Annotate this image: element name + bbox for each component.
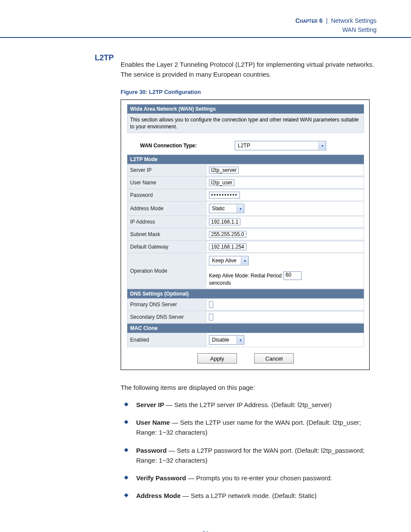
- side-heading: L2TP: [95, 53, 114, 62]
- cancel-button[interactable]: Cancel: [254, 353, 294, 364]
- label-ip-address: IP Address: [128, 216, 206, 228]
- row-address-mode: Address Mode Static ▾: [127, 202, 364, 216]
- label-default-gateway: Default Gateway: [128, 241, 206, 253]
- content: L2TP Enables the Layer 2 Tunneling Proto…: [0, 38, 411, 501]
- row-operation-mode: Operation Mode Keep Alive ▾ Keep Alive M…: [127, 253, 364, 289]
- select-mac-enabled[interactable]: Disable ▾: [209, 335, 244, 345]
- row-ip-address: IP Address 192.168.1.1: [127, 216, 364, 228]
- term-text: — Sets a L2TP password for the WAN port.…: [136, 447, 364, 464]
- input-user-name[interactable]: l2tp_user: [209, 179, 234, 186]
- chevron-down-icon: ▾: [241, 257, 248, 264]
- redial-suffix: senconds: [209, 280, 231, 286]
- page-header: Chapter 6 | Network Settings WAN Setting: [0, 0, 411, 38]
- term: Verify Password: [136, 474, 186, 482]
- value-address-mode: Static: [209, 205, 227, 212]
- chapter-title: Network Settings: [331, 17, 377, 24]
- row-default-gateway: Default Gateway 192.168.1.254: [127, 241, 364, 253]
- apply-button[interactable]: Apply: [197, 353, 237, 364]
- input-default-gateway[interactable]: 192.168.1.254: [209, 243, 246, 250]
- separator: |: [324, 17, 330, 24]
- value-operation-mode: Keep Alive: [209, 258, 239, 264]
- section-dns: DNS Settings (Optional): [127, 289, 364, 299]
- wan-connection-type-label: WAN Connection Type:: [140, 143, 235, 149]
- section-mac-clone: MAC Clone: [127, 324, 364, 333]
- label-secondary-dns: Secondary DNS Server: [128, 311, 206, 323]
- label-mac-enabled: Enabled: [128, 334, 206, 346]
- row-user-name: User Name l2tp_user: [127, 177, 364, 189]
- value-mac-enabled: Disable: [209, 337, 232, 343]
- input-ip-address[interactable]: 192.168.1.1: [209, 218, 240, 225]
- section-l2tp-mode: L2TP Mode: [127, 155, 364, 164]
- chevron-down-icon: ▾: [318, 142, 326, 149]
- list-item: Verify Password — Prompts you to re-ente…: [121, 473, 377, 483]
- items-intro: The following items are displayed on thi…: [121, 383, 377, 393]
- chapter-subtitle: WAN Setting: [342, 26, 377, 33]
- intro-paragraph: Enables the Layer 2 Tunneling Protocol (…: [121, 60, 377, 79]
- row-primary-dns: Primary DNS Server: [127, 299, 364, 311]
- row-server-ip: Server IP l2tp_server: [127, 164, 364, 177]
- list-item: Address Mode — Sets a L2TP network mode.…: [121, 491, 377, 501]
- label-user-name: User Name: [128, 177, 206, 189]
- redial-prefix: Keep Alive Mode: Redial Period: [209, 273, 282, 279]
- row-subnet-mask: Subnet Mask 255.255.255.0: [127, 228, 364, 241]
- label-primary-dns: Primary DNS Server: [128, 299, 206, 311]
- term-text: — Sets the L2TP user name for the WAN po…: [136, 419, 361, 436]
- term-text: — Sets the L2TP server IP Address. (Defa…: [164, 401, 332, 408]
- figure-screenshot: Wide Area Network (WAN) Settings This se…: [121, 100, 370, 370]
- wan-connection-type-row: WAN Connection Type: L2TP ▾: [127, 138, 364, 155]
- term-text: — Prompts you to re-enter your chosen pa…: [186, 474, 332, 482]
- panel-heading: Wide Area Network (WAN) Settings: [127, 104, 364, 114]
- chevron-down-icon: ▾: [237, 205, 244, 212]
- list-item: Server IP — Sets the L2TP server IP Addr…: [121, 400, 377, 410]
- figure-caption: Figure 30: L2TP Configuration: [121, 89, 377, 95]
- input-subnet-mask[interactable]: 255.255.255.0: [209, 231, 246, 238]
- chapter-label: Chapter 6: [296, 17, 323, 24]
- term: Server IP: [136, 401, 164, 408]
- label-server-ip: Server IP: [128, 164, 206, 176]
- select-operation-mode[interactable]: Keep Alive ▾: [209, 256, 249, 265]
- list-item: Password — Sets a L2TP password for the …: [121, 445, 377, 466]
- page-number: – 56 –: [0, 509, 411, 532]
- term: Address Mode: [136, 492, 181, 499]
- label-address-mode: Address Mode: [128, 202, 206, 215]
- wan-connection-type-value: L2TP: [235, 143, 253, 149]
- input-password[interactable]: ••••••••••: [209, 192, 240, 199]
- label-operation-mode: Operation Mode: [128, 258, 206, 283]
- wan-connection-type-select[interactable]: L2TP ▾: [235, 141, 326, 150]
- button-row: Apply Cancel: [127, 347, 364, 364]
- row-secondary-dns: Secondary DNS Server: [127, 311, 364, 324]
- panel-description: This section allows you to configure the…: [127, 114, 364, 133]
- select-address-mode[interactable]: Static ▾: [209, 204, 244, 213]
- label-password: Password: [128, 189, 206, 201]
- list-item: User Name — Sets the L2TP user name for …: [121, 417, 377, 438]
- input-primary-dns[interactable]: [209, 301, 213, 308]
- term-text: — Sets a L2TP network mode. (Default: St…: [181, 492, 317, 499]
- field-descriptions: Server IP — Sets the L2TP server IP Addr…: [121, 400, 377, 501]
- input-secondary-dns[interactable]: [209, 314, 213, 320]
- term: User Name: [136, 419, 170, 426]
- input-server-ip[interactable]: l2tp_server: [209, 167, 239, 174]
- term: Password: [136, 447, 167, 454]
- input-redial-period[interactable]: 60: [283, 271, 302, 280]
- row-password: Password ••••••••••: [127, 189, 364, 202]
- after-figure: The following items are displayed on thi…: [121, 383, 377, 501]
- label-subnet-mask: Subnet Mask: [128, 228, 206, 240]
- row-mac-enabled: Enabled Disable ▾: [127, 333, 364, 347]
- chevron-down-icon: ▾: [237, 336, 244, 344]
